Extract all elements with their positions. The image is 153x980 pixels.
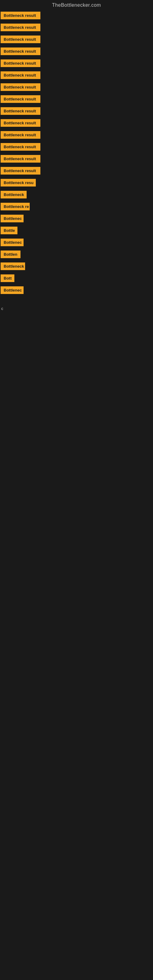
- bottleneck-result-badge[interactable]: Bottlenec: [1, 239, 24, 246]
- bottleneck-row: Bottleneck result: [0, 24, 153, 31]
- bottleneck-row: Bottleneck result: [0, 72, 153, 79]
- bottleneck-result-badge[interactable]: Bott: [1, 274, 14, 282]
- bottleneck-row: Bottlen: [0, 250, 153, 258]
- bottleneck-result-badge[interactable]: Bottleneck result: [1, 59, 40, 67]
- site-title: TheBottlenecker.com: [0, 0, 153, 12]
- bottleneck-result-badge[interactable]: Bottlenec: [1, 286, 24, 294]
- bottleneck-result-badge[interactable]: Bottleneck resu: [1, 179, 36, 186]
- bottleneck-result-badge[interactable]: Bottleneck: [1, 191, 27, 199]
- bottleneck-result-badge[interactable]: Bottleneck re: [1, 203, 30, 210]
- bottleneck-result-badge[interactable]: Bottleneck result: [1, 131, 40, 139]
- bottleneck-row: Bottleneck result: [0, 12, 153, 19]
- bottleneck-result-badge[interactable]: Bottleneck: [1, 262, 25, 270]
- bottleneck-row: Bottlenec: [0, 286, 153, 294]
- bottleneck-result-badge[interactable]: Bottleneck result: [1, 24, 40, 31]
- bottleneck-result-badge[interactable]: Bottleneck result: [1, 107, 40, 115]
- bottleneck-row: Bottleneck result: [0, 48, 153, 55]
- bottleneck-result-badge[interactable]: Bottle: [1, 227, 18, 234]
- bottleneck-row: Bottleneck result: [0, 95, 153, 103]
- bottleneck-row: Bottleneck result: [0, 107, 153, 115]
- bottleneck-result-badge[interactable]: Bottlen: [1, 250, 21, 258]
- bottleneck-row: Bottleneck: [0, 262, 153, 270]
- bottleneck-row: Bottleneck: [0, 191, 153, 199]
- bottleneck-result-badge[interactable]: Bottleneck result: [1, 167, 40, 175]
- bottleneck-row: Bottleneck result: [0, 59, 153, 67]
- bottleneck-row: Bottleneck result: [0, 155, 153, 162]
- bottleneck-row: Bottlenec: [0, 215, 153, 222]
- bottleneck-result-badge[interactable]: Bottleneck result: [1, 48, 40, 55]
- bottleneck-result-badge[interactable]: Bottlenec: [1, 215, 24, 222]
- bottleneck-row: Bottleneck result: [0, 119, 153, 127]
- bottleneck-row: Bottleneck resu: [0, 179, 153, 186]
- bottleneck-row: Bottleneck result: [0, 143, 153, 151]
- bottleneck-row: Bott: [0, 274, 153, 282]
- bottleneck-row: Bottleneck result: [0, 131, 153, 139]
- bottleneck-row: Bottleneck result: [0, 167, 153, 175]
- bottleneck-result-badge[interactable]: Bottleneck result: [1, 12, 40, 19]
- bottleneck-row: Bottleneck re: [0, 203, 153, 210]
- bottleneck-result-badge[interactable]: Bottleneck result: [1, 155, 40, 162]
- bottleneck-result-badge[interactable]: Bottleneck result: [1, 83, 40, 91]
- bottleneck-result-badge[interactable]: Bottleneck result: [1, 119, 40, 127]
- bottleneck-result-badge[interactable]: Bottleneck result: [1, 35, 40, 43]
- bottleneck-row: Bottleneck result: [0, 35, 153, 43]
- bottleneck-result-badge[interactable]: Bottleneck result: [1, 72, 40, 79]
- bottleneck-row: Bottlenec: [0, 239, 153, 246]
- bottleneck-row: Bottleneck result: [0, 83, 153, 91]
- bottleneck-result-badge[interactable]: Bottleneck result: [1, 95, 40, 103]
- bottleneck-row: Bottle: [0, 227, 153, 234]
- small-char: c: [1, 306, 3, 311]
- bottleneck-result-badge[interactable]: Bottleneck result: [1, 143, 40, 151]
